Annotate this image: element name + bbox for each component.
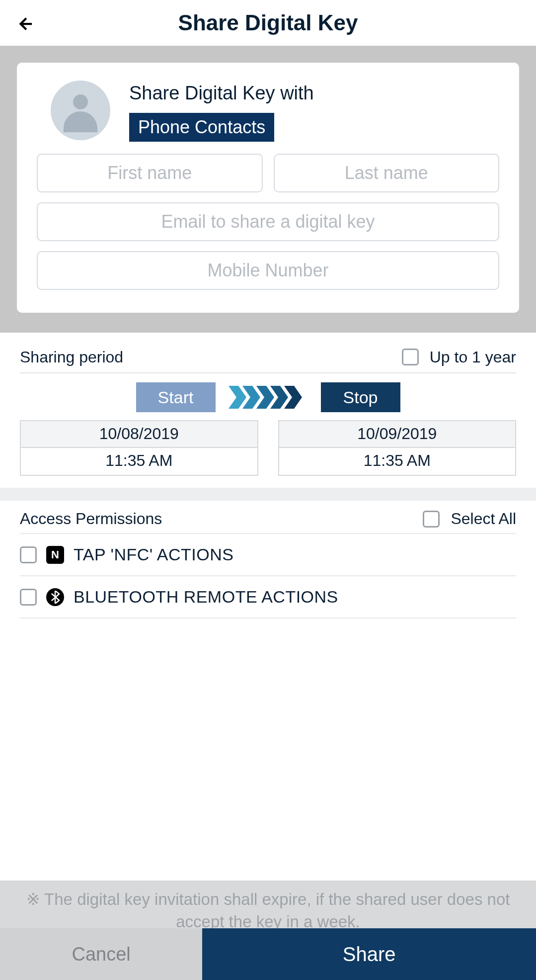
- bluetooth-icon: [46, 588, 65, 607]
- last-name-input[interactable]: Last name: [274, 154, 500, 192]
- avatar-placeholder-icon: [51, 81, 110, 140]
- back-button[interactable]: [15, 14, 35, 34]
- stop-time-value: 11:35 AM: [279, 448, 516, 475]
- chevron-progress-icon: [229, 386, 308, 409]
- stop-button[interactable]: Stop: [321, 382, 400, 412]
- svg-marker-0: [229, 386, 246, 409]
- phone-contacts-button[interactable]: Phone Contacts: [129, 113, 274, 142]
- nfc-label: TAP 'NFC' ACTIONS: [74, 545, 234, 564]
- stop-datetime-picker[interactable]: 10/09/2019 11:35 AM: [278, 420, 517, 476]
- mobile-number-input[interactable]: Mobile Number: [37, 251, 499, 290]
- select-all-label: Select All: [451, 510, 516, 528]
- share-with-label: Share Digital Key with: [129, 83, 314, 104]
- section-divider: [0, 488, 536, 501]
- app-header: Share Digital Key: [0, 0, 536, 46]
- up-to-1-year-label: Up to 1 year: [430, 348, 516, 366]
- start-time-value: 11:35 AM: [21, 448, 257, 475]
- cancel-button[interactable]: Cancel: [0, 928, 202, 980]
- bluetooth-checkbox[interactable]: [20, 589, 37, 606]
- disclaimer-text: ※ The digital key invitation shall expir…: [0, 881, 536, 933]
- permissions-label: Access Permissions: [20, 510, 162, 528]
- up-to-1-year-checkbox[interactable]: [402, 349, 419, 365]
- start-button[interactable]: Start: [136, 382, 216, 412]
- contact-card: Share Digital Key with Phone Contacts Fi…: [17, 63, 519, 313]
- permission-item-nfc[interactable]: N TAP 'NFC' ACTIONS: [20, 533, 516, 576]
- contact-section-wrapper: Share Digital Key with Phone Contacts Fi…: [0, 46, 536, 333]
- select-all-checkbox[interactable]: [423, 511, 440, 528]
- share-button[interactable]: Share: [202, 928, 536, 980]
- arrow-left-icon: [16, 15, 33, 32]
- footer-bar: Cancel Share: [0, 928, 536, 980]
- sharing-period-section: Sharing period Up to 1 year Start Stop: [0, 333, 536, 476]
- sharing-period-label: Sharing period: [20, 348, 123, 366]
- permissions-header: Access Permissions Select All: [0, 501, 536, 533]
- nfc-checkbox[interactable]: [20, 546, 37, 563]
- permission-item-bluetooth[interactable]: BLUETOOTH REMOTE ACTIONS: [20, 576, 516, 619]
- nfc-icon: N: [46, 545, 65, 564]
- bluetooth-label: BLUETOOTH REMOTE ACTIONS: [74, 587, 338, 607]
- page-title: Share Digital Key: [0, 10, 536, 35]
- start-date-value: 10/08/2019: [21, 421, 257, 448]
- stop-date-value: 10/09/2019: [279, 421, 516, 448]
- first-name-input[interactable]: First name: [37, 154, 263, 192]
- email-input[interactable]: Email to share a digital key: [37, 202, 499, 241]
- start-datetime-picker[interactable]: 10/08/2019 11:35 AM: [20, 420, 258, 476]
